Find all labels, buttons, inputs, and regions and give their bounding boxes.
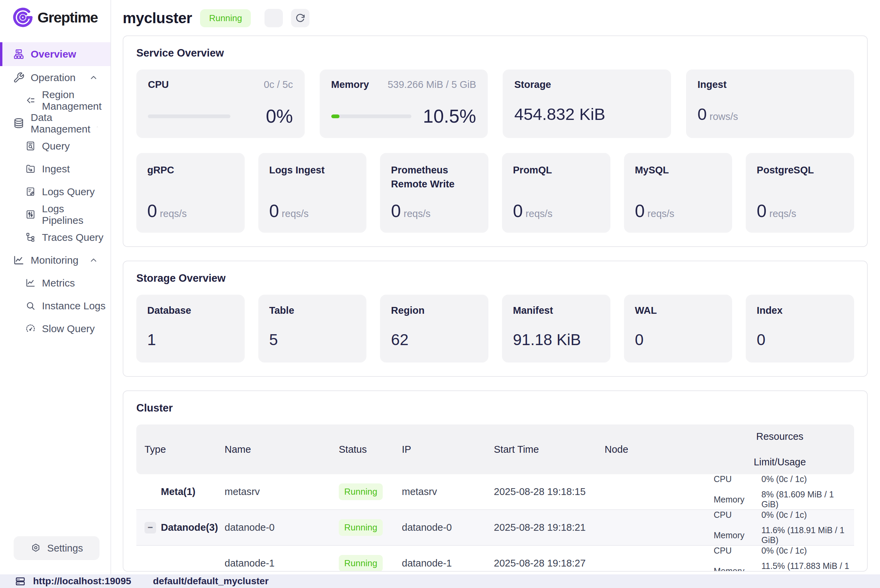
- rate-value-row: 0reqs/s: [635, 201, 722, 221]
- storage-overview-panel: Storage Overview Database 1 Table 5 Regi…: [123, 261, 868, 377]
- chevron-up-icon[interactable]: [96, 118, 98, 128]
- cell-start-time: 2025-08-28 19:18:15: [489, 486, 600, 497]
- rate-label: PostgreSQL: [757, 163, 843, 191]
- grpc-card: gRPC 0reqs/s: [136, 153, 245, 232]
- sidebar-item-label: Ingest: [42, 163, 70, 175]
- panel-title: Storage Overview: [136, 272, 854, 285]
- sidebar-item-overview[interactable]: Overview: [0, 42, 110, 66]
- sidebar-section-operation[interactable]: Operation: [0, 66, 110, 89]
- chevron-up-icon[interactable]: [89, 255, 98, 265]
- col-name: Name: [220, 444, 334, 455]
- cpu-progress-track: [148, 114, 230, 118]
- panel-title: Cluster: [136, 402, 854, 414]
- sidebar-item-instance-logs[interactable]: Instance Logs: [0, 294, 110, 317]
- sidebar-item-label: Slow Query: [42, 323, 95, 334]
- sidebar-footer: Settings: [0, 536, 110, 574]
- cluster-table-header: Type Name Status IP Start Time Node Reso…: [136, 424, 854, 474]
- cell-ip: datanode-1: [397, 558, 489, 569]
- settings-button[interactable]: Settings: [14, 536, 99, 560]
- refresh-icon: [295, 13, 306, 24]
- ingest-value: 0rows/s: [698, 105, 843, 124]
- memory-detail: 539.266 MiB / 5 GiB: [387, 79, 476, 90]
- sidebar-item-logs-query[interactable]: Logs Query: [0, 180, 110, 203]
- sidebar-section-data-management[interactable]: Data Management: [0, 112, 110, 135]
- table-row-datanode-0[interactable]: −Datanode(3) datanode-0 Running datanode…: [136, 510, 854, 546]
- cell-name: datanode-0: [220, 522, 334, 533]
- sidebar-item-label: Traces Query: [42, 232, 104, 243]
- sidebar-item-region-management[interactable]: Region Management: [0, 89, 110, 112]
- col-node: Node: [600, 444, 709, 455]
- manifest-size-card: Manifest 91.18 KiB: [502, 295, 610, 363]
- ingest-folder-icon: [25, 164, 36, 174]
- main-content: mycluster Running Service Overview CPU 0…: [111, 0, 880, 574]
- sidebar-section-monitoring[interactable]: Monitoring: [0, 249, 110, 272]
- col-ip: IP: [397, 444, 489, 455]
- sidebar-item-logs-pipelines[interactable]: Logs Pipelines: [0, 203, 110, 226]
- table-row-meta[interactable]: Meta(1) metasrv Running metasrv 2025-08-…: [136, 474, 854, 510]
- col-resources: Resources Limit/Usage: [709, 431, 851, 468]
- cluster-table: Type Name Status IP Start Time Node Reso…: [136, 424, 854, 572]
- table-row-datanode-1[interactable]: datanode-1 Running datanode-1 2025-08-28…: [136, 546, 854, 572]
- sidebar-section-label: Monitoring: [31, 255, 78, 266]
- ingest-card: Ingest 0rows/s: [686, 69, 854, 138]
- region-count-card: Region 62: [380, 295, 488, 363]
- cluster-icon: [13, 48, 24, 60]
- greptime-logo[interactable]: Greptime: [0, 0, 110, 33]
- server-url[interactable]: http://localhost:19095: [33, 576, 131, 586]
- rate-label: MySQL: [635, 163, 722, 191]
- col-type: Type: [140, 444, 220, 455]
- storage-value: 454.832 KiB: [514, 105, 659, 124]
- collapse-toggle[interactable]: −: [144, 522, 156, 534]
- query-doc-icon: [25, 141, 36, 151]
- gauge-icon: [25, 323, 36, 334]
- cluster-status-badge: Running: [200, 9, 251, 27]
- sidebar-item-traces-query[interactable]: Traces Query: [0, 226, 110, 249]
- rate-label: PromQL: [513, 163, 599, 191]
- sidebar-section-label: Data Management: [31, 112, 90, 135]
- sidebar-item-metrics[interactable]: Metrics: [0, 272, 110, 294]
- memory-progress-track: [331, 114, 412, 118]
- table-count-card: Table 5: [258, 295, 367, 363]
- postgresql-card: PostgreSQL 0reqs/s: [746, 153, 854, 232]
- storage-label: Storage: [514, 79, 551, 90]
- col-status: Status: [334, 444, 397, 455]
- page-header: mycluster Running: [123, 0, 868, 35]
- logs-query-icon: [25, 186, 36, 197]
- wrench-icon: [13, 72, 24, 84]
- sidebar-item-label: Logs Pipelines: [42, 203, 107, 226]
- metrics-chart-icon: [25, 278, 36, 288]
- settings-label: Settings: [47, 543, 83, 554]
- chevron-up-icon[interactable]: [89, 73, 98, 82]
- current-database[interactable]: default/default_mycluster: [153, 576, 269, 586]
- cpu-detail: 0c / 5c: [264, 79, 293, 90]
- cell-resources: CPU0% (0c / 1c) Memory11.5% (117.883 MiB…: [709, 546, 851, 572]
- sidebar-item-slow-query[interactable]: Slow Query: [0, 317, 110, 340]
- region-icon: [25, 95, 36, 106]
- pipelines-sliders-icon: [25, 209, 36, 220]
- ingest-label: Ingest: [698, 79, 727, 90]
- memory-card: Memory 539.266 MiB / 5 GiB 10.5%: [320, 69, 488, 138]
- sidebar-item-label: Instance Logs: [42, 300, 106, 312]
- rate-label: Prometheus Remote Write: [391, 163, 478, 191]
- database-icon: [13, 117, 24, 129]
- cell-name: datanode-1: [220, 558, 334, 569]
- cpu-label: CPU: [148, 79, 169, 90]
- monitoring-chart-icon: [13, 255, 24, 266]
- greptime-spiral-icon: [12, 7, 33, 28]
- memory-progress-fill: [331, 114, 340, 118]
- refresh-button[interactable]: [291, 9, 309, 27]
- sidebar-item-ingest[interactable]: Ingest: [0, 158, 110, 180]
- rate-value-row: 0reqs/s: [513, 201, 599, 221]
- cell-resources: CPU0% (0c / 1c) Memory11.6% (118.91 MiB …: [709, 510, 851, 545]
- sidebar-item-query[interactable]: Query: [0, 135, 110, 158]
- memory-percent: 10.5%: [423, 105, 476, 127]
- status-badge: Running: [339, 483, 383, 500]
- blank-icon-button[interactable]: [264, 9, 283, 27]
- rate-label: Logs Ingest: [269, 163, 356, 191]
- sidebar-item-label: Query: [42, 140, 70, 152]
- memory-label: Memory: [331, 79, 369, 90]
- cell-start-time: 2025-08-28 19:18:21: [489, 522, 600, 533]
- col-start-time: Start Time: [489, 444, 600, 455]
- logs-ingest-card: Logs Ingest 0reqs/s: [258, 153, 367, 232]
- server-icon: [15, 576, 26, 586]
